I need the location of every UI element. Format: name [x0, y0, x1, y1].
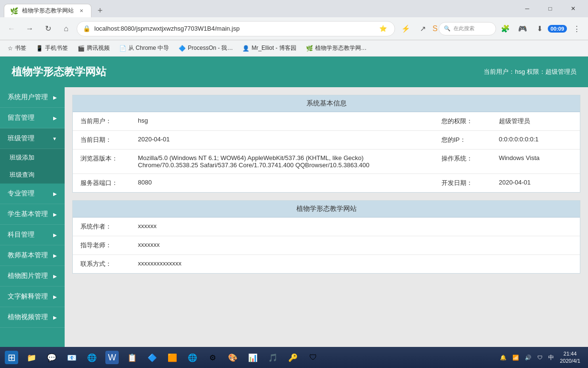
extensions-icon[interactable]: 🧩: [498, 21, 513, 36]
bookmark-label-2: 腾讯视频: [87, 44, 110, 52]
close-button[interactable]: ✕: [562, 1, 584, 16]
share-icon[interactable]: ↗: [415, 21, 430, 36]
taskbar-app13[interactable]: 🔑: [283, 348, 303, 367]
bookmark-item-0[interactable]: ☆ 书签: [4, 42, 30, 55]
site-info-table: 系统作者： xxxxxx 指导老师： xxxxxxx 联系方式： xxxxxxx…: [73, 218, 580, 273]
bookmarks-bar: ☆ 书签 📱 手机书签 🎬 腾讯视频 📄 从 Chrome 中导 🔷 Proce…: [0, 40, 588, 57]
bookmark-item-5[interactable]: 👤 Mr_Elliot - 博客园: [238, 42, 300, 55]
taskbar-app5[interactable]: 📋: [123, 348, 142, 367]
bookmark-item-2[interactable]: 🎬 腾讯视频: [74, 42, 113, 55]
table-row: 指导老师： xxxxxxx: [73, 236, 580, 255]
value-contact: xxxxxxxxxxxxxx: [130, 255, 580, 274]
start-button[interactable]: ⊞: [2, 348, 21, 367]
home-button[interactable]: ⌂: [58, 21, 74, 36]
sidebar-item-messages[interactable]: 留言管理 ▶: [0, 108, 65, 128]
search-bar-wrap: S 🔍 在此搜索: [432, 22, 496, 35]
tray-network[interactable]: 📶: [510, 348, 521, 367]
label-current-user: 当前用户：: [73, 112, 130, 131]
sidebar-item-students[interactable]: 学生基本管理 ▶: [0, 204, 65, 225]
label-author: 系统作者：: [73, 218, 130, 236]
sidebar-item-subjects[interactable]: 科目管理 ▶: [0, 225, 65, 245]
taskbar-app7[interactable]: 🟧: [163, 348, 182, 367]
value-teacher: xxxxxxx: [130, 236, 580, 255]
taskbar-app9[interactable]: ⚙: [203, 348, 222, 367]
taskbar-app10[interactable]: 🎨: [223, 348, 242, 367]
bookmark-label-6: 植物学形态教学网…: [315, 44, 367, 52]
tray-volume[interactable]: 🔊: [523, 348, 533, 367]
app10-icon: 🎨: [226, 351, 239, 364]
search-icon: 🔍: [444, 25, 451, 32]
bookmark-label-1: 手机书签: [45, 44, 68, 52]
menu-icon[interactable]: ⋮: [569, 21, 584, 36]
sidebar-item-users[interactable]: 系统用户管理 ▶: [0, 87, 65, 108]
arrow-icon-0: ▶: [53, 95, 57, 100]
forward-button[interactable]: →: [22, 21, 37, 36]
tab-close-button[interactable]: ✕: [78, 7, 85, 15]
minimize-button[interactable]: ─: [516, 1, 538, 16]
system-info-table: 当前用户： hsg 您的权限： 超级管理员 当前日期： 2020-04-01 您: [73, 112, 580, 192]
taskbar-app14[interactable]: 🛡: [304, 348, 323, 367]
bookmark-item-3[interactable]: 📄 从 Chrome 中导: [115, 42, 173, 55]
bookmark-item-4[interactable]: 🔷 ProcessOn - 我…: [175, 42, 237, 55]
lightning-icon[interactable]: ⚡: [398, 21, 413, 36]
bookmark-item-1[interactable]: 📱 手机书签: [32, 42, 72, 55]
arrow-icon-3: ▶: [53, 191, 57, 196]
taskbar-app11[interactable]: 📊: [243, 348, 262, 367]
chrome-icon: 🌐: [186, 351, 199, 364]
sidebar-item-class[interactable]: 班级管理 ▼: [0, 128, 65, 149]
taskbar-file-explorer[interactable]: 📁: [22, 348, 41, 367]
app5-icon: 📋: [125, 351, 139, 364]
sidebar-item-plant-video[interactable]: 植物视频管理 ▶: [0, 307, 65, 328]
taskbar-items: 📁 💬 📧 🌐 W 📋 🔷 🟧 �: [22, 348, 497, 367]
back-button[interactable]: ←: [4, 21, 19, 36]
download-section[interactable]: ⬇ 00:09: [532, 21, 567, 36]
sidebar-item-plant-images[interactable]: 植物图片管理 ▶: [0, 266, 65, 287]
sidebar-label-messages: 留言管理: [8, 114, 34, 122]
taskbar-chrome[interactable]: 🌐: [183, 348, 202, 367]
search-input-wrap[interactable]: 🔍 在此搜索: [439, 22, 496, 35]
taskbar-app6[interactable]: 🔷: [143, 348, 162, 367]
app11-icon: 📊: [246, 351, 260, 364]
label-permission: 您的权限：: [434, 112, 491, 131]
system-clock[interactable]: 21:44 2020/4/1: [558, 348, 582, 367]
taskbar-app12[interactable]: 🎵: [263, 348, 283, 367]
label-teacher: 指导老师：: [73, 236, 130, 255]
tray-notifications[interactable]: 🔔: [498, 348, 509, 367]
bookmark-icon-5: 👤: [242, 45, 249, 52]
sidebar-item-text-explain[interactable]: 文字解释管理 ▶: [0, 287, 65, 307]
table-row: 联系方式： xxxxxxxxxxxxxx: [73, 255, 580, 274]
sidebar-label-users: 系统用户管理: [8, 93, 48, 102]
new-tab-button[interactable]: +: [93, 4, 107, 17]
active-tab[interactable]: 🌿 植物学形态教学网站 ✕: [4, 4, 91, 17]
tray-lang[interactable]: 中: [546, 348, 556, 367]
tab-title: 植物学形态教学网站: [22, 7, 74, 15]
bookmark-item-6[interactable]: 🌿 植物学形态教学网…: [302, 42, 371, 55]
bookmark-label-5: Mr_Elliot - 博客园: [251, 44, 296, 52]
address-text: localhost:8080/jspmzwxtjxwzhsg7703W1B4/m…: [94, 25, 373, 32]
label-ip: 您的IP：: [434, 131, 491, 150]
address-bar: ← → ↻ ⌂ 🔒 localhost:8080/jspmzwxtjxwzhsg…: [0, 17, 588, 40]
taskbar-app4[interactable]: W: [102, 348, 122, 367]
address-bar-input[interactable]: 🔒 localhost:8080/jspmzwxtjxwzhsg7703W1B4…: [77, 21, 395, 36]
taskbar-mail[interactable]: 📧: [62, 348, 81, 367]
refresh-button[interactable]: ↻: [40, 21, 56, 36]
arrow-icon-8: ▶: [53, 294, 57, 299]
taskbar-app3[interactable]: 🌐: [82, 348, 102, 367]
taskbar-chat[interactable]: 💬: [42, 348, 61, 367]
value-author: xxxxxx: [130, 218, 580, 236]
maximize-button[interactable]: □: [539, 1, 561, 16]
bookmark-star-icon[interactable]: ⭐: [377, 23, 389, 34]
tray-security[interactable]: 🛡: [535, 348, 544, 367]
sidebar-item-major[interactable]: 专业管理 ▶: [0, 184, 65, 204]
sidebar-item-teachers[interactable]: 教师基本管理 ▶: [0, 245, 65, 266]
arrow-icon-5: ▶: [53, 232, 57, 238]
sidebar-label-teachers: 教师基本管理: [8, 251, 48, 260]
search-placeholder-text: 在此搜索: [453, 25, 475, 32]
sidebar-sub-item-add[interactable]: 班级添加: [0, 149, 65, 166]
app3-icon: 🌐: [85, 351, 99, 364]
download-icon: ⬇: [532, 21, 548, 36]
start-orb-icon: ⊞: [5, 351, 18, 364]
table-row: 服务器端口： 8080 开发日期： 2020-04-01: [73, 174, 580, 193]
sidebar-sub-item-query[interactable]: 班级查询: [0, 166, 65, 184]
games-icon[interactable]: 🎮: [515, 21, 531, 36]
